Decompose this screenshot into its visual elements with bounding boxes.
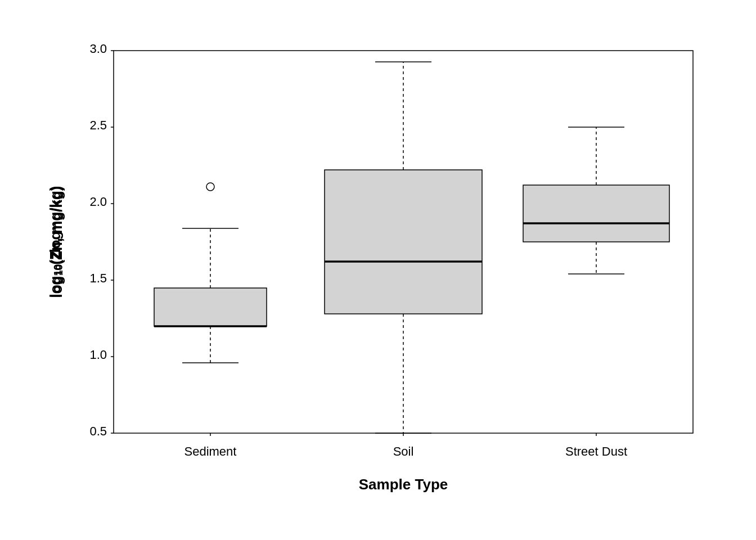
ytick-label-2.0: 2.0	[89, 195, 107, 209]
xaxis-label-sediment: Sediment	[184, 444, 237, 458]
plot-area: 0.5 1.0 1.5 2.0 2.5 3.0 log log₁₀(Zn, m	[47, 42, 693, 493]
xaxis-label-soil: Soil	[393, 444, 414, 458]
ytick-label-1.5: 1.5	[89, 271, 107, 285]
xaxis-label-streetdust: Street Dust	[565, 444, 627, 458]
ytick-label-2.5: 2.5	[89, 118, 107, 132]
ytick-label-0.5: 0.5	[89, 424, 107, 438]
svg-rect-7	[325, 170, 482, 314]
x-axis-label: Sample Type	[359, 476, 448, 493]
svg-rect-0	[154, 288, 267, 326]
ytick-label-1.0: 1.0	[89, 348, 107, 362]
svg-rect-13	[523, 185, 669, 242]
y-axis-label-rotated: log₁₀(Zn, mg/kg)	[48, 186, 65, 298]
ytick-label-3.0: 3.0	[89, 42, 107, 56]
chart-container: 0.5 1.0 1.5 2.0 2.5 3.0 log log₁₀(Zn, m	[40, 28, 716, 512]
